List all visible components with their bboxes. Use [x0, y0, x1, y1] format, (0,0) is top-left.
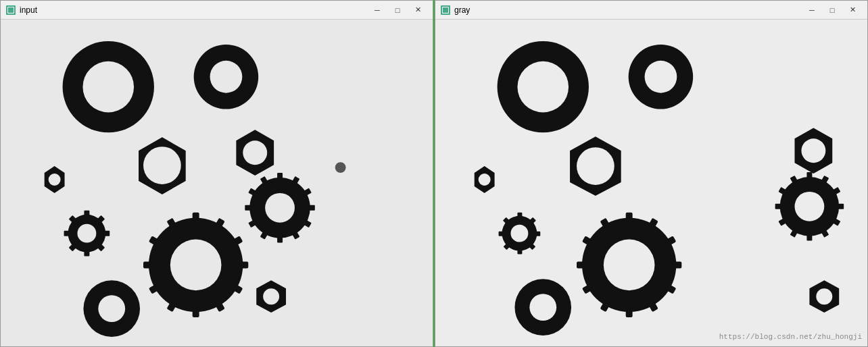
svg-point-128	[604, 240, 655, 291]
svg-rect-160	[775, 204, 783, 209]
svg-rect-105	[517, 213, 522, 219]
canvas-input	[1, 20, 433, 346]
svg-rect-2	[8, 7, 14, 13]
close-button-gray[interactable]: ✕	[843, 3, 862, 17]
svg-point-104	[510, 225, 528, 242]
svg-rect-19	[64, 231, 71, 236]
svg-point-13	[243, 140, 267, 165]
window-gray: gray ─ □ ✕	[435, 0, 868, 347]
svg-rect-131	[672, 261, 681, 268]
svg-rect-106	[517, 248, 522, 255]
svg-point-9	[49, 174, 61, 186]
svg-rect-107	[534, 232, 540, 236]
svg-rect-27	[193, 308, 199, 317]
title-controls-gray: ─ □ ✕	[802, 3, 862, 17]
svg-rect-157	[806, 172, 812, 180]
svg-rect-108	[499, 232, 505, 236]
window-title-gray: gray	[454, 5, 470, 15]
svg-rect-41	[277, 236, 283, 243]
svg-rect-43	[245, 205, 252, 211]
svg-point-178	[529, 294, 556, 321]
svg-point-55	[98, 295, 125, 322]
svg-point-70	[479, 174, 491, 186]
svg-rect-130	[626, 308, 633, 317]
svg-rect-28	[239, 261, 248, 268]
svg-rect-18	[103, 231, 110, 236]
canvas-svg-input	[1, 20, 433, 346]
svg-rect-59	[443, 7, 448, 13]
window-input: input ─ □ ✕	[0, 0, 433, 347]
svg-point-174	[816, 288, 832, 304]
svg-point-11	[143, 146, 181, 184]
svg-point-76	[577, 147, 614, 185]
svg-point-56	[335, 162, 346, 173]
title-bar-gray: gray ─ □ ✕	[435, 1, 867, 20]
svg-point-64	[645, 61, 677, 93]
svg-rect-40	[277, 173, 283, 180]
svg-point-156	[795, 192, 825, 221]
svg-rect-129	[626, 213, 633, 222]
svg-rect-159	[836, 204, 844, 209]
svg-rect-17	[84, 250, 89, 257]
svg-point-15	[77, 224, 96, 243]
canvas-gray: https://blog.csdn.net/zhu_hongji	[435, 20, 867, 346]
minimize-button-gray[interactable]: ─	[802, 3, 821, 17]
window-icon-gray	[441, 5, 450, 15]
maximize-button-input[interactable]: □	[388, 3, 407, 17]
svg-point-62	[517, 61, 569, 113]
svg-point-82	[801, 138, 825, 163]
title-controls-input: ─ □ ✕	[368, 3, 427, 17]
svg-point-5	[82, 61, 134, 113]
svg-rect-132	[577, 261, 586, 268]
maximize-button-gray[interactable]: □	[823, 3, 842, 17]
svg-point-25	[170, 240, 222, 291]
title-bar-left-gray: gray	[441, 5, 470, 15]
svg-rect-42	[308, 205, 315, 211]
svg-rect-29	[143, 261, 153, 268]
title-bar-input: input ─ □ ✕	[1, 1, 433, 20]
close-button-input[interactable]: ✕	[408, 3, 427, 17]
svg-rect-16	[84, 211, 89, 217]
canvas-svg-gray	[435, 20, 867, 346]
minimize-button-input[interactable]: ─	[368, 3, 387, 17]
window-icon-input	[6, 5, 16, 15]
svg-rect-158	[806, 234, 812, 241]
title-bar-left-input: input	[6, 5, 37, 15]
watermark: https://blog.csdn.net/zhu_hongji	[719, 333, 862, 341]
window-title-input: input	[20, 5, 37, 15]
svg-point-39	[265, 193, 295, 223]
svg-rect-26	[193, 213, 199, 222]
svg-point-53	[263, 288, 279, 304]
svg-point-7	[210, 61, 243, 93]
